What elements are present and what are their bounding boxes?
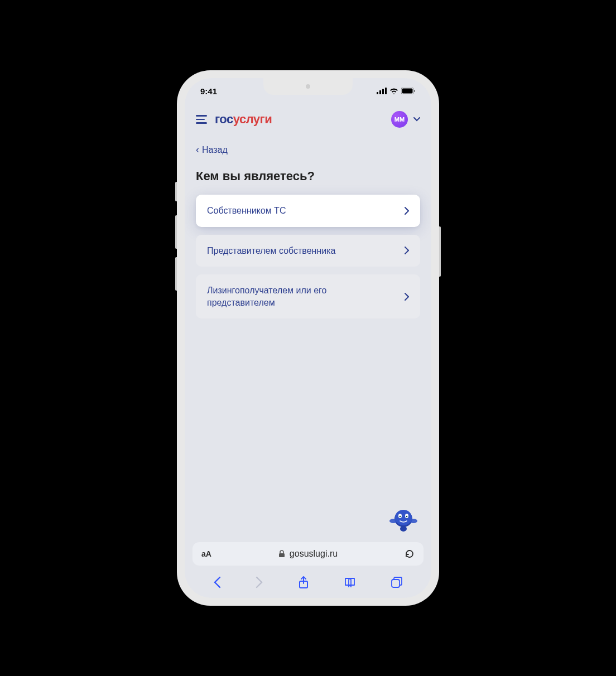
chevron-right-icon: [405, 207, 409, 215]
status-time: 9:41: [200, 86, 217, 96]
chevron-right-icon: [405, 293, 409, 301]
battery-icon: [401, 88, 416, 94]
notch: [263, 78, 353, 95]
logo[interactable]: госуслуги: [215, 112, 272, 127]
phone-silent-switch: [175, 182, 177, 201]
logo-part1: гос: [215, 112, 233, 126]
share-icon[interactable]: [298, 576, 309, 589]
menu-icon[interactable]: [196, 115, 207, 124]
svg-rect-1: [379, 90, 381, 94]
bookmarks-icon[interactable]: [344, 577, 356, 588]
option-label: Собственником ТС: [207, 205, 286, 217]
lock-icon: [278, 550, 285, 558]
svg-rect-16: [279, 553, 285, 557]
reload-icon[interactable]: [405, 549, 415, 559]
svg-point-12: [406, 516, 408, 518]
option-owner[interactable]: Собственником ТС: [196, 195, 420, 227]
tabs-icon[interactable]: [391, 576, 403, 588]
chevron-down-icon[interactable]: [413, 117, 420, 122]
page-title: Кем вы являетесь?: [196, 169, 420, 184]
svg-point-8: [395, 510, 412, 525]
back-label: Назад: [202, 145, 228, 154]
chatbot-icon[interactable]: [388, 502, 419, 533]
svg-point-13: [389, 519, 397, 523]
status-indicators: [377, 88, 416, 94]
svg-rect-2: [382, 89, 384, 95]
phone-volume-down: [175, 257, 177, 291]
avatar-initials: ММ: [394, 116, 405, 123]
svg-point-11: [400, 516, 401, 518]
avatar[interactable]: ММ: [391, 111, 408, 128]
address-bar[interactable]: aA gosuslugi.ru: [192, 542, 424, 566]
browser-toolbar: [185, 569, 431, 598]
text-size-button[interactable]: aA: [201, 549, 211, 558]
svg-rect-18: [392, 580, 400, 587]
content: Назад Кем вы являетесь? Собственником ТС…: [185, 135, 431, 538]
option-label: Представителем собственника: [207, 245, 335, 257]
svg-rect-6: [414, 90, 415, 92]
screen: 9:41 госуслуги: [185, 78, 431, 598]
wifi-icon: [389, 88, 398, 94]
option-representative[interactable]: Представителем собственника: [196, 235, 420, 267]
option-label: Лизингополучателем или его представителе…: [207, 284, 379, 308]
svg-rect-3: [385, 88, 387, 94]
svg-rect-5: [402, 89, 413, 94]
app-header: госуслуги ММ: [185, 104, 431, 135]
option-lessee[interactable]: Лизингополучателем или его представителе…: [196, 274, 420, 318]
nav-forward-icon: [256, 576, 263, 588]
svg-rect-0: [377, 92, 378, 94]
cellular-icon: [377, 88, 387, 94]
back-link[interactable]: Назад: [196, 141, 420, 165]
phone-volume-up: [175, 215, 177, 249]
address-domain: gosuslugi.ru: [290, 549, 338, 559]
nav-back-icon[interactable]: [213, 576, 221, 588]
phone-frame: 9:41 госуслуги: [177, 70, 439, 606]
svg-point-15: [400, 526, 407, 532]
phone-power-button: [439, 226, 441, 277]
logo-part2: услуги: [233, 112, 272, 126]
svg-point-14: [410, 519, 417, 523]
chevron-right-icon: [405, 247, 409, 254]
